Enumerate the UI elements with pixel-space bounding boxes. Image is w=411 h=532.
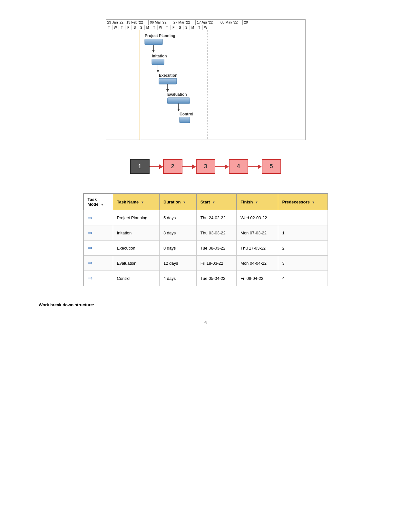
cell-taskmode: ⇒ [83,256,113,271]
gantt-day: T [119,25,125,30]
cell-taskname: Execution [113,241,159,256]
arrow-head [225,164,229,169]
cell-duration: 3 days [160,225,197,241]
arrow-line [182,166,192,167]
cell-finish: Thu 17-03-22 [237,241,278,256]
task-mode-icon: ⇒ [88,244,93,251]
cell-duration: 5 days [160,210,197,225]
task-mode-icon: ⇒ [88,214,93,221]
svg-rect-15 [167,98,190,103]
cell-finish: Wed 02-03-22 [237,210,278,225]
cell-finish: Fri 08-04-22 [237,271,278,286]
table-row: ⇒ Project Planning 5 days Thu 24-02-22 W… [83,210,328,225]
wbs-label: Work break down structure: [39,302,94,307]
gantt-day: S [177,25,183,30]
th-predecessors: Predecessors ▼ [278,194,328,210]
svg-marker-9 [157,70,159,73]
gantt-day: M [190,25,196,30]
gantt-day: S [138,25,145,30]
svg-rect-7 [152,59,164,65]
cell-taskname: Control [113,271,159,286]
cell-finish: Mon 04-04-22 [237,256,278,271]
svg-text:Initation: Initation [152,54,167,58]
svg-rect-3 [145,39,162,45]
flow-box-3: 3 [196,159,215,174]
cell-taskname: Initation [113,225,159,241]
svg-marker-13 [166,89,169,92]
svg-marker-5 [152,50,155,53]
cell-predecessors: 1 [278,225,328,241]
gantt-day: S [183,25,190,30]
arrow-head [258,164,262,169]
th-taskmode: TaskMode ▼ [83,194,113,210]
gantt-day [209,25,219,30]
flow-arrow-2 [182,164,196,169]
table-row: ⇒ Execution 8 days Tue 08-03-22 Thu 17-0… [83,241,328,256]
finish-dropdown-arrow[interactable]: ▼ [255,201,258,204]
page: 23 Jan '22 13 Feb '22 06 Mar '22 27 Mar … [0,0,411,532]
table-row: ⇒ Control 4 days Tue 05-04-22 Fri 08-04-… [83,271,328,286]
arrow-line [248,166,258,167]
th-finish: Finish ▼ [237,194,278,210]
cell-start: Fri 18-03-22 [196,256,236,271]
gantt-svg: Project Planning Initation [106,30,305,140]
task-mode-icon: ⇒ [88,260,93,267]
page-number: 6 [39,320,372,325]
cell-taskmode: ⇒ [83,210,113,225]
duration-dropdown-arrow[interactable]: ▼ [183,201,186,204]
taskmode-dropdown-arrow[interactable]: ▼ [101,203,104,206]
cell-taskmode: ⇒ [83,225,113,241]
gantt-day: T [196,25,203,30]
arrow-line [150,166,159,167]
cell-taskmode: ⇒ [83,241,113,256]
flowchart: 1 2 3 4 5 [130,159,281,174]
gantt-day: S [132,25,138,30]
cell-duration: 12 days [160,256,197,271]
cell-predecessors: 2 [278,241,328,256]
gantt-month-mar2: 27 Mar '22 [172,20,196,25]
svg-text:Project Planning: Project Planning [145,34,175,38]
gantt-body: Project Planning Initation [106,30,305,140]
cell-duration: 8 days [160,241,197,256]
arrow-head [192,164,196,169]
taskname-dropdown-arrow[interactable]: ▼ [141,201,144,204]
gantt-day: T [151,25,158,30]
start-dropdown-arrow[interactable]: ▼ [212,201,215,204]
gantt-month-apr: 17 Apr '22 [196,20,219,25]
flow-box-4: 4 [229,159,248,174]
gantt-day: M [145,25,151,30]
gantt-month-29: 29 [243,20,252,25]
cell-predecessors: 3 [278,256,328,271]
task-mode-icon: ⇒ [88,275,93,282]
flow-box-1: 1 [130,159,150,174]
gantt-day: W [113,25,119,30]
cell-start: Tue 05-04-22 [196,271,236,286]
th-duration: Duration ▼ [160,194,197,210]
svg-rect-11 [159,78,177,84]
cell-taskname: Evaluation [113,256,159,271]
th-taskname: Task Name ▼ [113,194,159,210]
predecessors-dropdown-arrow[interactable]: ▼ [312,201,315,204]
gantt-day: T [164,25,171,30]
flow-arrow-4 [248,164,262,169]
gantt-day-row: T W T F S S M T W T F S S M T W [106,25,305,30]
cell-start: Thu 03-03-22 [196,225,236,241]
flow-box-5: 5 [262,159,281,174]
flow-box-2: 2 [163,159,182,174]
gantt-day: T [106,25,113,30]
gantt-day: F [171,25,177,30]
svg-text:Control: Control [180,112,193,116]
cell-duration: 4 days [160,271,197,286]
cell-finish: Mon 07-03-22 [237,225,278,241]
svg-text:Evaluation: Evaluation [167,92,187,97]
gantt-chart: 23 Jan '22 13 Feb '22 06 Mar '22 27 Mar … [106,19,306,140]
table-row: ⇒ Initation 3 days Thu 03-03-22 Mon 07-0… [83,225,328,241]
task-mode-icon: ⇒ [88,229,93,236]
gantt-month-jan: 23 Jan '22 [106,20,125,25]
cell-predecessors [278,210,328,225]
gantt-month-row: 23 Jan '22 13 Feb '22 06 Mar '22 27 Mar … [106,20,305,25]
svg-marker-17 [177,109,180,111]
cell-predecessors: 4 [278,271,328,286]
cell-start: Tue 08-03-22 [196,241,236,256]
gantt-day: W [203,25,209,30]
